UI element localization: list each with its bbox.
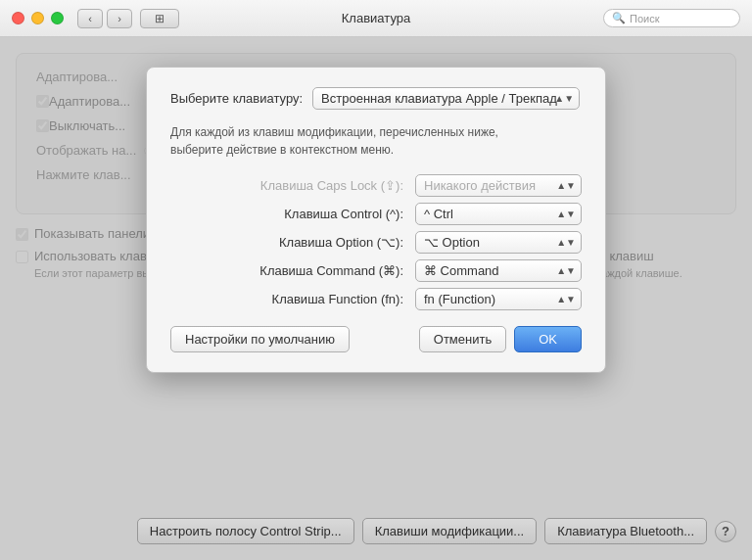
option-select-wrapper: Никакого действия ^ Ctrl ⌥ Option ⌘ Comm…	[415, 231, 582, 254]
modifier-row-option: Клавиша Option (⌥): Никакого действия ^ …	[170, 231, 582, 254]
modal-overlay: Выберите клавиатуру: Встроенная клавиату…	[0, 37, 752, 560]
search-icon: 🔍	[612, 12, 626, 24]
modal-buttons-row: Настройки по умолчанию Отменить OK	[170, 326, 582, 352]
control-label: Клавиша Control (^):	[170, 207, 415, 221]
control-select[interactable]: Никакого действия ^ Ctrl ⌥ Option ⌘ Comm…	[415, 203, 582, 225]
nav-buttons: ‹ ›	[77, 9, 132, 28]
defaults-button[interactable]: Настройки по умолчанию	[170, 326, 350, 352]
traffic-lights	[12, 12, 64, 24]
desc-line1: Для каждой из клавиш модификации, перечи…	[170, 125, 498, 139]
minimize-button[interactable]	[31, 12, 44, 24]
ok-button[interactable]: OK	[514, 326, 582, 352]
modal-dialog: Выберите клавиатуру: Встроенная клавиату…	[146, 67, 606, 373]
fn-select[interactable]: Никакого действия ^ Ctrl ⌥ Option ⌘ Comm…	[415, 288, 582, 310]
command-select[interactable]: Никакого действия ^ Ctrl ⌥ Option ⌘ Comm…	[415, 259, 582, 282]
fn-label: Клавиша Function (fn):	[170, 292, 415, 306]
close-button[interactable]	[12, 12, 24, 24]
option-label: Клавиша Option (⌥):	[170, 235, 415, 250]
cancel-button[interactable]: Отменить	[419, 326, 506, 352]
main-content: Адаптирова... Адаптирова... Выключать...…	[0, 37, 752, 560]
modifier-row-fn: Клавиша Function (fn): Никакого действия…	[170, 288, 582, 310]
modal-description: Для каждой из клавиш модификации, перечи…	[170, 123, 582, 159]
titlebar: ‹ › ⊞ Клавиатура 🔍 Поиск	[0, 0, 752, 37]
back-button[interactable]: ‹	[77, 9, 103, 28]
command-select-wrapper: Никакого действия ^ Ctrl ⌥ Option ⌘ Comm…	[415, 259, 582, 282]
modifier-row-capslock: Клавиша Caps Lock (⇪): Никакого действия…	[170, 174, 582, 197]
keyboard-select-wrapper: Встроенная клавиатура Apple / Трекпад ▲▼	[312, 87, 580, 110]
search-placeholder: Поиск	[630, 13, 659, 24]
maximize-button[interactable]	[51, 12, 64, 24]
modifier-row-command: Клавиша Command (⌘): Никакого действия ^…	[170, 259, 582, 282]
command-label: Клавиша Command (⌘):	[170, 263, 415, 278]
forward-button[interactable]: ›	[107, 9, 132, 28]
grid-button[interactable]: ⊞	[140, 9, 179, 28]
fn-select-wrapper: Никакого действия ^ Ctrl ⌥ Option ⌘ Comm…	[415, 288, 582, 310]
window-title: Клавиатура	[342, 11, 410, 25]
modifier-table: Клавиша Caps Lock (⇪): Никакого действия…	[170, 174, 582, 310]
option-select[interactable]: Никакого действия ^ Ctrl ⌥ Option ⌘ Comm…	[415, 231, 582, 254]
keyboard-select[interactable]: Встроенная клавиатура Apple / Трекпад	[312, 87, 580, 110]
modifier-row-control: Клавиша Control (^): Никакого действия ^…	[170, 203, 582, 225]
control-select-wrapper: Никакого действия ^ Ctrl ⌥ Option ⌘ Comm…	[415, 203, 582, 225]
capslock-select-wrapper: Никакого действия ^ Ctrl ⌥ Option ⌘ Comm…	[415, 174, 582, 197]
desc-line2: выберите действие в контекстном меню.	[170, 143, 394, 157]
keyboard-select-row: Выберите клавиатуру: Встроенная клавиату…	[170, 87, 582, 110]
modal-right-buttons: Отменить OK	[419, 326, 582, 352]
capslock-label: Клавиша Caps Lock (⇪):	[170, 178, 415, 193]
keyboard-select-label: Выберите клавиатуру:	[170, 91, 303, 106]
capslock-select[interactable]: Никакого действия ^ Ctrl ⌥ Option ⌘ Comm…	[415, 174, 582, 197]
search-box[interactable]: 🔍 Поиск	[603, 9, 740, 27]
